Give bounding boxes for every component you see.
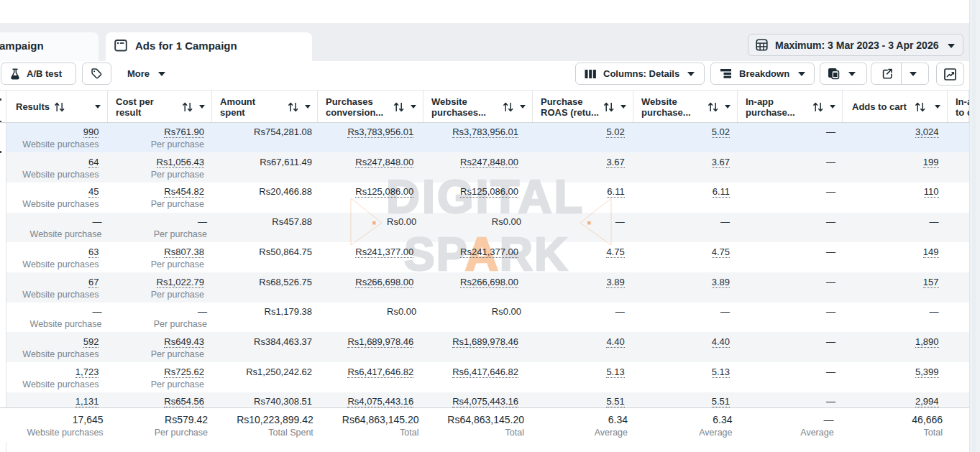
svg-text:DIGITAL: DIGITAL bbox=[386, 172, 585, 223]
